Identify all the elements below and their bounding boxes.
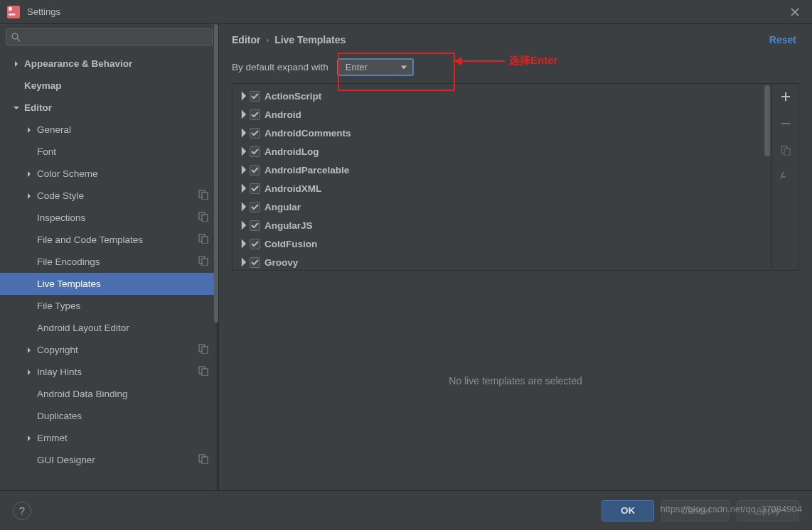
sidebar-item-file-types[interactable]: File Types <box>0 295 218 317</box>
scheme-copy-icon <box>198 454 208 466</box>
apply-button: Apply <box>737 500 799 521</box>
reset-link[interactable]: Reset <box>769 34 796 45</box>
svg-line-4 <box>17 38 20 41</box>
tree-label: File Types <box>37 301 218 311</box>
sidebar-item-android-data-binding[interactable]: Android Data Binding <box>0 383 218 405</box>
sidebar-item-file-encodings[interactable]: File Encodings <box>0 251 218 273</box>
dropdown-value: Enter <box>346 62 368 72</box>
template-area: ActionScriptAndroidAndroidCommentsAndroi… <box>232 83 799 271</box>
svg-rect-14 <box>202 347 208 354</box>
template-group-label: AndroidXML <box>265 183 321 194</box>
search-input-wrap[interactable] <box>6 28 213 45</box>
sidebar-item-android-layout-editor[interactable]: Android Layout Editor <box>0 317 218 339</box>
breadcrumb-leaf: Live Templates <box>274 34 346 45</box>
sidebar-item-file-and-code-templates[interactable]: File and Code Templates <box>0 229 218 251</box>
settings-tree[interactable]: Appearance & BehaviorKeymapEditorGeneral… <box>0 50 218 490</box>
svg-point-3 <box>12 33 18 39</box>
svg-rect-2 <box>9 13 15 15</box>
template-list[interactable]: ActionScriptAndroidAndroidCommentsAndroi… <box>233 84 771 270</box>
template-group-actionscript[interactable]: ActionScript <box>234 87 770 105</box>
expand-row: By default expand with Enter <box>232 58 799 76</box>
tree-arrow-icon <box>24 347 34 354</box>
template-group-label: ColdFusion <box>265 239 317 249</box>
search-bar <box>0 24 218 50</box>
scheme-copy-icon <box>198 234 208 246</box>
sidebar-item-copyright[interactable]: Copyright <box>0 339 218 361</box>
sidebar-item-emmet[interactable]: Emmet <box>0 427 218 449</box>
sidebar-item-general[interactable]: General <box>0 119 218 141</box>
content: Editor › Live Templates Reset By default… <box>219 24 812 490</box>
tree-arrow-icon <box>24 193 34 200</box>
add-button[interactable] <box>777 88 794 105</box>
template-group-angular[interactable]: Angular <box>234 198 770 216</box>
scheme-copy-icon <box>198 256 208 268</box>
sidebar-item-code-style[interactable]: Code Style <box>0 185 218 207</box>
tree-label: Android Layout Editor <box>37 323 218 333</box>
tree-label: Live Templates <box>37 278 218 289</box>
tree-arrow-icon <box>238 183 250 194</box>
close-button[interactable] <box>785 2 805 22</box>
tree-arrow-icon <box>238 238 250 249</box>
checkbox[interactable] <box>250 146 260 157</box>
sidebar-item-duplicates[interactable]: Duplicates <box>0 405 218 427</box>
checkbox[interactable] <box>250 183 260 194</box>
sidebar-item-inlay-hints[interactable]: Inlay Hints <box>0 361 218 383</box>
expand-dropdown[interactable]: Enter <box>337 58 414 76</box>
template-group-coldfusion[interactable]: ColdFusion <box>234 234 770 253</box>
preview-area: No live templates are selected <box>232 271 799 490</box>
tree-arrow-icon <box>11 60 21 67</box>
tree-label: File and Code Templates <box>37 234 198 245</box>
scheme-copy-icon <box>198 190 208 202</box>
sidebar-item-color-scheme[interactable]: Color Scheme <box>0 163 218 185</box>
tree-label: File Encodings <box>37 256 198 267</box>
svg-rect-10 <box>202 237 208 244</box>
checkbox[interactable] <box>250 91 260 102</box>
checkbox[interactable] <box>250 165 260 175</box>
template-group-androidcomments[interactable]: AndroidComments <box>234 124 770 142</box>
checkbox[interactable] <box>250 109 260 120</box>
cancel-button: Cancel <box>661 500 730 521</box>
sidebar-item-appearance-behavior[interactable]: Appearance & Behavior <box>0 53 218 75</box>
sidebar-item-gui-designer[interactable]: GUI Designer <box>0 449 218 471</box>
breadcrumb-sep: › <box>266 36 269 44</box>
revert-button <box>777 169 794 186</box>
tree-arrow-icon <box>24 171 34 178</box>
tree-label: Appearance & Behavior <box>24 58 218 69</box>
svg-rect-20 <box>784 148 790 156</box>
template-group-android[interactable]: Android <box>234 105 770 124</box>
search-input[interactable] <box>23 32 208 42</box>
checkbox[interactable] <box>250 239 260 249</box>
tree-arrow-icon <box>11 104 21 112</box>
checkbox[interactable] <box>250 202 260 212</box>
tree-arrow-icon <box>238 220 250 231</box>
ok-button[interactable]: OK <box>602 500 654 521</box>
sidebar-item-live-templates[interactable]: Live Templates <box>0 273 218 295</box>
tree-label: Editor <box>24 102 218 113</box>
tree-label: Android Data Binding <box>37 389 218 399</box>
sidebar-item-editor[interactable]: Editor <box>0 97 218 119</box>
template-group-label: ActionScript <box>265 91 321 102</box>
template-group-androidlog[interactable]: AndroidLog <box>234 142 770 161</box>
scheme-copy-icon <box>198 212 208 224</box>
svg-rect-18 <box>202 457 208 464</box>
sidebar-item-font[interactable]: Font <box>0 141 218 163</box>
tree-arrow-icon <box>24 435 34 442</box>
sidebar-item-keymap[interactable]: Keymap <box>0 75 218 97</box>
tree-arrow-icon <box>238 146 250 157</box>
help-button[interactable]: ? <box>13 502 31 520</box>
tree-arrow-icon <box>238 201 250 212</box>
sidebar-item-inspections[interactable]: Inspections <box>0 207 218 229</box>
checkbox[interactable] <box>250 257 260 268</box>
scrollbar[interactable] <box>764 85 770 156</box>
template-group-androidparcelable[interactable]: AndroidParcelable <box>234 161 770 179</box>
template-group-androidxml[interactable]: AndroidXML <box>234 179 770 198</box>
template-group-label: Android <box>265 109 301 120</box>
checkbox[interactable] <box>250 128 260 139</box>
scheme-copy-icon <box>198 344 208 356</box>
template-group-groovy[interactable]: Groovy <box>234 253 770 270</box>
tree-label: GUI Designer <box>37 455 198 465</box>
template-group-angularjs[interactable]: AngularJS <box>234 216 770 234</box>
checkbox[interactable] <box>250 220 260 231</box>
tree-label: Inspections <box>37 212 198 223</box>
side-toolbar <box>771 84 798 270</box>
